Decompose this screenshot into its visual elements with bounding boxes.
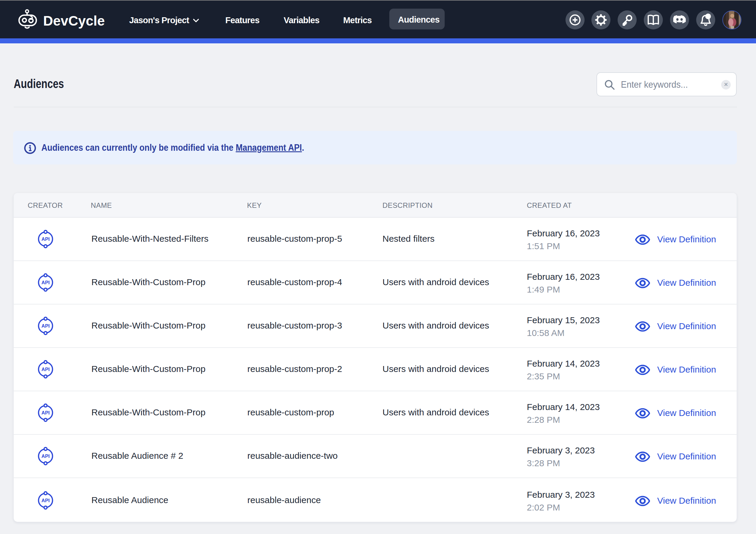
svg-text:API: API bbox=[41, 236, 50, 242]
svg-text:API: API bbox=[41, 323, 50, 329]
svg-text:API: API bbox=[41, 453, 50, 459]
svg-text:API: API bbox=[41, 280, 50, 285]
svg-text:API: API bbox=[41, 367, 50, 372]
svg-text:API: API bbox=[41, 410, 50, 415]
svg-text:API: API bbox=[41, 498, 50, 503]
